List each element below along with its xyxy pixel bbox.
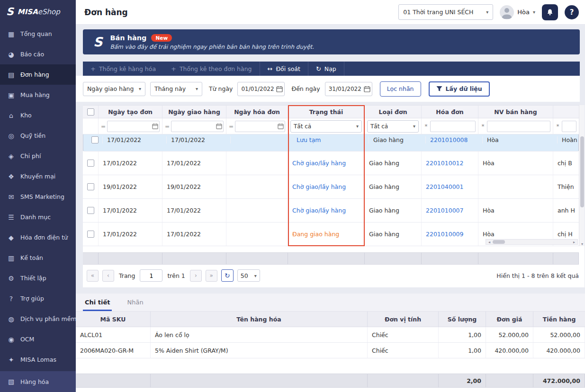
detail-tab[interactable]: Chi tiết (83, 294, 112, 311)
detail-header-row: Mã SKU Tên hàng hóa Đơn vị tính Số lượng… (76, 312, 585, 327)
sidebar-item[interactable]: ◈ Chi phí (0, 146, 76, 166)
toolbar-item[interactable]: ↔ Đối soát (260, 62, 308, 76)
help-button[interactable]: ? (565, 5, 579, 19)
order-row[interactable]: 17/01/2022 17/01/2022 Lưu tạm Giao hàng … (83, 134, 579, 151)
detail-column-quantity[interactable]: Số lượng (439, 312, 486, 327)
row-checkbox[interactable] (87, 207, 94, 214)
scrollbar-thumb[interactable] (493, 240, 505, 244)
page-number-input[interactable] (140, 269, 162, 282)
period-select[interactable]: Tháng này ▾ (150, 82, 202, 96)
invoice-no-filter-input[interactable] (430, 121, 476, 132)
invoice-link[interactable]: 2201010007 (426, 207, 464, 214)
equals-operator[interactable]: = (101, 123, 105, 130)
sidebar-item[interactable]: ☰ Danh mục (0, 207, 76, 227)
toolbar-item[interactable]: ↻ Nạp (308, 62, 344, 76)
order-row[interactable]: 17/01/2022 17/01/2022 Chờ giao/lấy hàng … (83, 151, 579, 175)
sidebar-item[interactable]: ◉ OCM (0, 329, 76, 349)
detail-column-unit[interactable]: Đơn vị tính (368, 312, 439, 327)
detail-column-amount[interactable]: Tiền hàng (533, 312, 585, 327)
sidebar-item[interactable]: ✉ SMS Marketing (0, 187, 76, 207)
invoice-link[interactable]: 2201010012 (426, 160, 464, 167)
toolbar-item[interactable]: + Thống kê theo đơn hàng (163, 62, 259, 76)
next-page-button[interactable]: › (190, 270, 202, 282)
row-checkbox[interactable] (87, 183, 94, 190)
sidebar-item[interactable]: ◆ Hóa đơn điện tử (0, 227, 76, 248)
calendar-icon[interactable] (278, 123, 284, 129)
column-header-created-date[interactable]: Ngày tạo đơn (99, 106, 162, 118)
first-page-button[interactable]: « (87, 270, 99, 282)
row-checkbox[interactable] (87, 160, 94, 167)
last-page-button[interactable]: » (206, 270, 217, 282)
contains-operator[interactable]: * (556, 123, 560, 130)
user-menu[interactable]: Hòa ▾ (500, 5, 535, 19)
sidebar-item[interactable]: ? Trợ giúp (0, 288, 76, 309)
detail-row[interactable]: ALCL01 Áo len cổ lọ Chiếc 1,00 52.000,00… (76, 327, 585, 343)
page-size-select[interactable]: 50 ▾ (237, 269, 260, 282)
orders-toolbar: + Thống kê hàng hóa + Thống kê theo đơn … (83, 62, 580, 76)
invoice-link[interactable]: 2201010008 (430, 136, 468, 143)
order-row[interactable]: 17/01/2022 17/01/2022 Chờ giao/lấy hàng … (83, 199, 579, 223)
order-type-filter-select[interactable]: Tất cả ▾ (367, 120, 419, 133)
calendar-icon[interactable] (276, 86, 283, 92)
refresh-button[interactable]: ↻ (221, 269, 234, 282)
detail-column-unit-price[interactable]: Đơn giá (486, 312, 533, 327)
sidebar-item[interactable]: ❖ Khuyến mại (0, 166, 76, 187)
scrollbar-thumb[interactable] (580, 136, 584, 207)
prev-page-button[interactable]: ‹ (102, 270, 114, 282)
calendar-icon[interactable] (364, 86, 370, 92)
scroll-right-arrow-icon[interactable]: ▸ (571, 240, 577, 244)
sidebar-item[interactable]: ⚙ Thiết lập (0, 268, 76, 288)
order-row[interactable]: 19/01/2022 19/01/2022 Chờ giao/lấy hàng … (83, 175, 579, 199)
row-checkbox[interactable] (91, 136, 99, 143)
column-header-invoice-no[interactable]: Hóa đơn (422, 106, 478, 118)
status-filter-select[interactable]: Tất cả ▾ (290, 120, 362, 133)
get-data-button[interactable]: Lấy dữ liệu (429, 81, 490, 97)
sales-banner[interactable]: S Bán hàng New Bấm vào đây để trải nghiệ… (83, 29, 580, 54)
scroll-down-arrow-icon[interactable]: ▾ (579, 242, 585, 246)
cell-customer: chị B (553, 151, 579, 175)
sidebar-item[interactable]: ▥ Kế toán (0, 248, 76, 268)
vertical-scrollbar[interactable]: ▾ (579, 105, 585, 246)
detail-column-product-name[interactable]: Tên hàng hóa (151, 312, 368, 327)
calendar-icon[interactable] (216, 123, 222, 129)
notifications-button[interactable] (542, 4, 558, 20)
contains-operator[interactable]: * (481, 123, 485, 130)
detail-column-sku[interactable]: Mã SKU (76, 312, 151, 327)
column-header-sales-staff[interactable]: NV bán hàng (478, 106, 553, 118)
scroll-left-arrow-icon[interactable]: ◂ (486, 240, 493, 244)
equals-operator[interactable]: = (165, 123, 169, 130)
sidebar-item[interactable]: ✦ MISA Lomas (0, 349, 76, 370)
row-checkbox[interactable] (87, 231, 94, 238)
sidebar-item[interactable]: ◎ Quỹ tiền (0, 125, 76, 146)
column-header-order-type[interactable]: Loại đơn (365, 106, 422, 118)
detail-row[interactable]: 2006MA020-GR-M 5% Aiden Shirt (GRAY/M) C… (76, 343, 585, 358)
sidebar-item[interactable]: ◍ Dịch vụ phần mềm (0, 309, 76, 329)
column-header-status[interactable]: Trạng thái (288, 106, 365, 118)
sidebar-item[interactable]: ▧ Hàng hóa (0, 371, 76, 392)
store-selector[interactable]: 01 Thời trang UNI SẾCH ▾ (398, 4, 493, 20)
column-header-invoice-date[interactable]: Ngày hóa đơn (226, 106, 288, 118)
detail-tab[interactable]: Nhãn (125, 294, 145, 311)
calendar-icon[interactable] (152, 123, 158, 129)
tag-filter-button[interactable]: Lọc nhãn (380, 81, 421, 97)
customer-filter-input[interactable] (562, 121, 576, 132)
date-type-select[interactable]: Ngày giao hàng ▾ (83, 82, 145, 96)
equals-operator[interactable]: = (229, 123, 233, 130)
sidebar-item[interactable]: ▤ Đơn hàng (0, 64, 76, 85)
column-header-customer[interactable] (553, 106, 579, 118)
contains-operator[interactable]: * (424, 123, 428, 130)
sidebar-item[interactable]: ⌂ Kho (0, 105, 76, 125)
sidebar-item[interactable]: ◕ Báo cáo (0, 44, 76, 64)
overview-icon: ▦ (7, 30, 15, 38)
sidebar-item[interactable]: ▣ Mua hàng (0, 85, 76, 105)
invoice-link[interactable]: 2201010009 (426, 231, 464, 238)
sales-staff-filter-input[interactable] (487, 121, 550, 132)
cell-sku: 2006MA020-GR-M (76, 343, 151, 358)
horizontal-scrollbar[interactable]: ◂ ▸ (486, 239, 578, 245)
invoice-link[interactable]: 2201040001 (426, 183, 464, 190)
sidebar-item[interactable]: ▦ Tổng quan (0, 24, 76, 44)
select-all-checkbox[interactable] (87, 108, 94, 116)
toolbar-item[interactable]: + Thống kê hàng hóa (83, 62, 163, 76)
app-logo[interactable]: S MISAeShop (0, 0, 76, 24)
column-header-delivery-date[interactable]: Ngày giao hàng (162, 106, 226, 118)
